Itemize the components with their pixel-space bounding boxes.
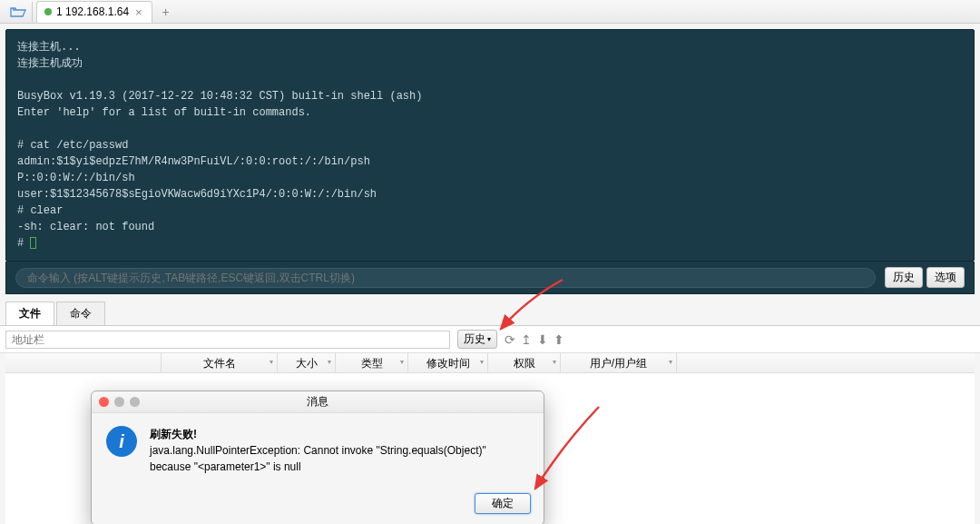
message-dialog: 消息 i 刷新失败! java.lang.NullPointerExceptio…	[91, 391, 544, 524]
dialog-message: 刷新失败! java.lang.NullPointerException: Ca…	[150, 426, 529, 475]
dialog-heading: 刷新失败!	[150, 426, 529, 442]
status-dot-icon	[44, 8, 52, 15]
col-owner[interactable]: 用户/用户组	[561, 353, 677, 372]
refresh-icon[interactable]: ⟳	[505, 332, 515, 347]
col-mtime[interactable]: 修改时间	[408, 353, 488, 372]
col-size[interactable]: 大小	[278, 353, 336, 372]
tab-commands[interactable]: 命令	[56, 302, 105, 325]
address-bar-row: 历史▾ ⟳ ↥ ⬇ ⬆	[0, 326, 980, 353]
cursor-icon	[30, 237, 36, 249]
dialog-title: 消息	[99, 394, 536, 410]
tab-bar: 1 192.168.1.64 × +	[0, 0, 980, 24]
add-tab-button[interactable]: +	[156, 2, 176, 22]
address-history-button[interactable]: 历史▾	[457, 330, 497, 349]
ok-button[interactable]: 确定	[475, 493, 531, 514]
info-icon: i	[106, 426, 137, 457]
tab-files[interactable]: 文件	[5, 302, 54, 325]
download-icon[interactable]: ⬇	[537, 332, 548, 347]
col-type[interactable]: 类型	[336, 353, 408, 372]
tab-label: 1 192.168.1.64	[56, 5, 129, 18]
options-button[interactable]: 选项	[926, 267, 965, 288]
folder-open-icon	[10, 5, 26, 18]
col-filename[interactable]: 文件名	[162, 353, 278, 372]
address-input[interactable]	[5, 331, 450, 349]
header-spacer	[5, 353, 162, 372]
table-header: 文件名 大小 类型 修改时间 权限 用户/用户组	[5, 353, 975, 373]
command-input-row: 历史 选项	[5, 262, 975, 294]
close-tab-button[interactable]: ×	[133, 5, 144, 19]
history-button[interactable]: 历史	[885, 267, 923, 288]
open-folder-button[interactable]	[4, 2, 33, 22]
terminal-output[interactable]: 连接主机... 连接主机成功 BusyBox v1.19.3 (2017-12-…	[5, 29, 975, 262]
upload-icon[interactable]: ⬆	[554, 332, 564, 347]
file-browser-tabs: 文件 命令	[0, 302, 980, 326]
dialog-body-text: java.lang.NullPointerException: Cannot i…	[150, 442, 529, 475]
dialog-minimize-icon	[114, 397, 124, 407]
dialog-close-icon[interactable]	[99, 397, 109, 407]
terminal-text: 连接主机... 连接主机成功 BusyBox v1.19.3 (2017-12-…	[17, 41, 422, 250]
col-perm[interactable]: 权限	[488, 353, 561, 372]
session-tab[interactable]: 1 192.168.1.64 ×	[36, 1, 152, 23]
up-dir-icon[interactable]: ↥	[521, 332, 532, 347]
command-input[interactable]	[15, 268, 876, 288]
dialog-titlebar[interactable]: 消息	[92, 391, 544, 413]
dialog-zoom-icon	[130, 397, 140, 407]
